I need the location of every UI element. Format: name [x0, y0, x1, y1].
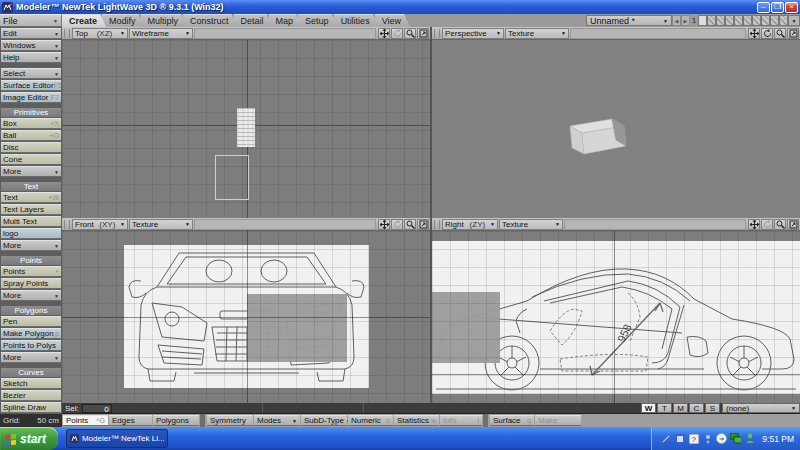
taskbar-app-button[interactable]: Modeler™ NewTek Li... — [66, 429, 168, 448]
maximize-viewport-icon[interactable] — [417, 28, 429, 39]
viewport-grip[interactable] — [64, 29, 70, 38]
minimize-button[interactable]: – — [757, 2, 770, 13]
windows-menu[interactable]: Windows — [1, 40, 61, 51]
text-tool-button[interactable]: Text+W — [1, 192, 61, 203]
messenger-buddy-icon[interactable] — [744, 433, 755, 444]
layer-box-6[interactable] — [743, 15, 752, 26]
maximize-viewport-icon[interactable] — [787, 28, 799, 39]
surface-editor-button[interactable]: Surface EditorF5 — [1, 80, 61, 91]
viewport-grip[interactable] — [434, 29, 440, 38]
select-menu[interactable]: Select — [1, 68, 61, 79]
vmap-texture-button[interactable]: T — [657, 403, 672, 413]
vmap-selection-button[interactable]: S — [705, 403, 720, 413]
perspective-viewport-canvas[interactable] — [432, 40, 800, 218]
volume-icon[interactable] — [716, 433, 727, 444]
zoom-icon[interactable] — [404, 219, 416, 230]
perspective-view-type-dropdown[interactable]: Perspective — [442, 28, 504, 39]
make-polygon-button[interactable]: Make Polygonp — [1, 328, 61, 339]
tab-detail[interactable]: Detail — [234, 14, 273, 27]
polygons-more-dropdown[interactable]: More — [1, 352, 61, 363]
help-menu[interactable]: Help — [1, 52, 61, 63]
front-view-type-dropdown[interactable]: Front(XY) — [72, 219, 128, 230]
right-render-mode-dropdown[interactable]: Texture — [499, 219, 563, 230]
zoom-icon[interactable] — [774, 219, 786, 230]
points-tool-button[interactable]: Points+ — [1, 266, 61, 277]
layer-box-4[interactable] — [725, 15, 734, 26]
spray-points-button[interactable]: Spray Points — [1, 278, 61, 289]
shaded-box-3d[interactable] — [560, 112, 632, 160]
layer-box-7[interactable] — [752, 15, 761, 26]
info-button[interactable]: Infoi — [440, 415, 482, 426]
spline-draw-button[interactable]: Spline Draw — [1, 402, 61, 413]
tab-utilities[interactable]: Utilities — [334, 14, 379, 27]
wireframe-box-outline[interactable] — [215, 155, 249, 200]
vmap-weight-button[interactable]: W — [641, 403, 656, 413]
top-viewport-canvas[interactable] — [62, 40, 430, 218]
right-view-type-dropdown[interactable]: Right(ZY) — [442, 219, 498, 230]
sketch-tool-button[interactable]: Sketch — [1, 378, 61, 389]
input-language-icon[interactable] — [674, 433, 685, 444]
front-render-mode-dropdown[interactable]: Texture — [129, 219, 193, 230]
layer-box-5[interactable] — [734, 15, 743, 26]
textured-box-top-view[interactable] — [237, 108, 255, 147]
box-tool-button[interactable]: Box+X — [1, 118, 61, 129]
pen-tool-button[interactable]: Pen — [1, 316, 61, 327]
viewport-grip[interactable] — [64, 220, 70, 229]
image-editor-button[interactable]: Image EditorF7 — [1, 92, 61, 103]
top-render-mode-dropdown[interactable]: Wireframe — [129, 28, 193, 39]
numeric-button[interactable]: Numericn — [348, 415, 393, 426]
vmap-color-button[interactable]: C — [689, 403, 704, 413]
viewport-splitter[interactable] — [430, 27, 432, 403]
next-layer-button[interactable] — [681, 15, 690, 26]
layer-box-1[interactable] — [698, 15, 707, 26]
tab-view[interactable]: View — [375, 14, 410, 27]
zoom-icon[interactable] — [404, 28, 416, 39]
network-monitors-icon[interactable] — [730, 433, 741, 444]
tab-modify[interactable]: Modify — [102, 14, 145, 27]
points-more-dropdown[interactable]: More — [1, 290, 61, 301]
prev-layer-button[interactable] — [672, 15, 681, 26]
vmap-morph-button[interactable]: M — [673, 403, 688, 413]
pencil-icon[interactable] — [660, 433, 671, 444]
bezier-tool-button[interactable]: Bezier — [1, 390, 61, 401]
subd-type-dropdown[interactable]: SubD-Type — [301, 415, 347, 426]
edges-mode-button[interactable]: Edges — [109, 415, 152, 426]
text-layers-button[interactable]: Text Layers — [1, 204, 61, 215]
pan-icon[interactable] — [378, 28, 390, 39]
tab-create[interactable]: Create — [62, 14, 106, 27]
layer-box-10[interactable] — [779, 15, 788, 26]
surface-button[interactable]: Surfaceq — [490, 415, 534, 426]
statistics-button[interactable]: Statisticsw — [394, 415, 439, 426]
layer-box-8[interactable] — [761, 15, 770, 26]
multi-text-button[interactable]: Multi Text — [1, 216, 61, 227]
file-menu[interactable]: File — [0, 14, 62, 27]
tab-multiply[interactable]: Multiply — [141, 14, 188, 27]
update-dot-icon[interactable] — [702, 433, 713, 444]
cone-tool-button[interactable]: Cone — [1, 154, 61, 165]
layer-box-3[interactable] — [716, 15, 725, 26]
pan-icon[interactable] — [378, 219, 390, 230]
primitives-more-dropdown[interactable]: More — [1, 166, 61, 177]
polygons-mode-button[interactable]: Polygons — [153, 415, 199, 426]
start-button[interactable]: start — [0, 427, 58, 450]
logo-button[interactable]: logo — [1, 228, 61, 239]
make-button[interactable]: Make — [535, 415, 581, 426]
layer-box-2[interactable] — [707, 15, 716, 26]
tab-map[interactable]: Map — [269, 14, 303, 27]
top-view-type-dropdown[interactable]: Top(XZ) — [72, 28, 128, 39]
maximize-viewport-icon[interactable] — [787, 219, 799, 230]
text-more-dropdown[interactable]: More — [1, 240, 61, 251]
close-button[interactable]: × — [785, 2, 798, 13]
front-viewport-canvas[interactable] — [62, 231, 430, 403]
ball-tool-button[interactable]: Ball+O — [1, 130, 61, 141]
tab-construct[interactable]: Construct — [183, 14, 238, 27]
symmetry-button[interactable]: Symmetry — [207, 415, 253, 426]
help-badge-icon[interactable]: ? — [688, 433, 699, 444]
vmap-select-dropdown[interactable]: (none) — [722, 403, 800, 413]
restore-button[interactable]: ❐ — [771, 2, 784, 13]
right-viewport-canvas[interactable]: 958 — [432, 231, 800, 403]
pan-icon[interactable] — [748, 28, 760, 39]
maximize-viewport-icon[interactable] — [417, 219, 429, 230]
modes-dropdown[interactable]: Modes — [254, 415, 300, 426]
layer-dropdown[interactable] — [788, 15, 800, 26]
